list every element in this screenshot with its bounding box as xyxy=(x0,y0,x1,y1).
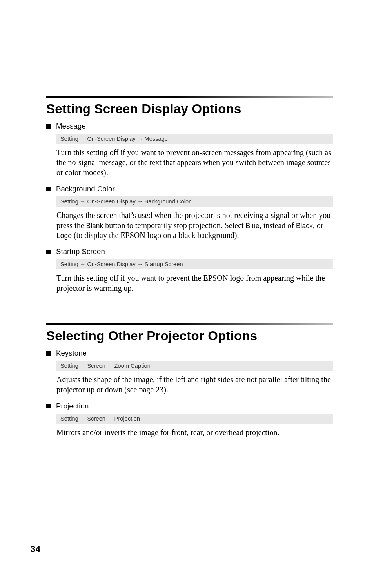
item-description: Turn this setting off if you want to pre… xyxy=(56,148,333,178)
item-description: Adjusts the shape of the image, if the l… xyxy=(56,375,333,395)
menu-path-segment: Setting xyxy=(60,261,78,267)
menu-path: Setting→Screen→Zoom Caption xyxy=(56,361,333,371)
arrow-right-icon: → xyxy=(136,261,145,267)
setting-item: Startup ScreenSetting→On-Screen Display→… xyxy=(46,247,333,293)
arrow-right-icon: → xyxy=(78,261,87,267)
item-description: Changes the screen that’s used when the … xyxy=(56,211,333,240)
square-bullet-icon xyxy=(46,351,51,356)
item-description: Mirrors and/or inverts the image for fro… xyxy=(56,428,333,437)
menu-path-segment: Screen xyxy=(87,363,105,369)
arrow-right-icon: → xyxy=(78,136,87,142)
arrow-right-icon: → xyxy=(136,136,145,142)
section-title: Selecting Other Projector Options xyxy=(46,328,333,343)
item-title: Keystone xyxy=(56,349,87,358)
menu-path-segment: Startup Screen xyxy=(144,261,183,267)
setting-item: KeystoneSetting→Screen→Zoom CaptionAdjus… xyxy=(46,349,333,395)
setting-item: ProjectionSetting→Screen→ProjectionMirro… xyxy=(46,402,333,437)
arrow-right-icon: → xyxy=(105,416,114,422)
arrow-right-icon: → xyxy=(105,363,114,369)
item-title: Background Color xyxy=(56,185,115,193)
square-bullet-icon xyxy=(46,404,51,408)
arrow-right-icon: → xyxy=(136,198,145,205)
menu-path: Setting→On-Screen Display→Message xyxy=(56,134,333,144)
menu-path-segment: Background Color xyxy=(144,198,191,205)
menu-path-segment: Screen xyxy=(87,416,105,422)
menu-path-segment: Projection xyxy=(114,416,140,422)
menu-path: Setting→On-Screen Display→Startup Screen xyxy=(56,259,333,269)
square-bullet-icon xyxy=(46,124,51,129)
menu-path-segment: Message xyxy=(144,136,168,142)
menu-path-segment: Setting xyxy=(60,363,78,369)
item-title: Message xyxy=(56,122,86,131)
section-rule xyxy=(46,323,333,325)
arrow-right-icon: → xyxy=(78,416,87,422)
page-number: 34 xyxy=(31,544,40,554)
arrow-right-icon: → xyxy=(78,198,87,205)
menu-path: Setting→On-Screen Display→Background Col… xyxy=(56,196,333,207)
square-bullet-icon xyxy=(46,187,51,191)
item-description: Turn this setting off if you want to pre… xyxy=(56,273,333,293)
square-bullet-icon xyxy=(46,250,51,254)
menu-path-segment: Setting xyxy=(60,198,78,205)
section-rule xyxy=(46,96,333,98)
arrow-right-icon: → xyxy=(78,363,87,369)
item-title: Startup Screen xyxy=(56,247,105,256)
item-title: Projection xyxy=(56,402,89,410)
section-title: Setting Screen Display Options xyxy=(46,102,333,116)
menu-path-segment: On-Screen Display xyxy=(87,136,135,142)
menu-path-segment: Zoom Caption xyxy=(114,363,151,369)
setting-item: MessageSetting→On-Screen Display→Message… xyxy=(46,122,333,178)
menu-path-segment: Setting xyxy=(60,136,78,142)
menu-path-segment: On-Screen Display xyxy=(87,198,135,205)
setting-item: Background ColorSetting→On-Screen Displa… xyxy=(46,185,333,240)
menu-path: Setting→Screen→Projection xyxy=(56,414,333,424)
menu-path-segment: On-Screen Display xyxy=(87,261,135,267)
menu-path-segment: Setting xyxy=(60,416,78,422)
